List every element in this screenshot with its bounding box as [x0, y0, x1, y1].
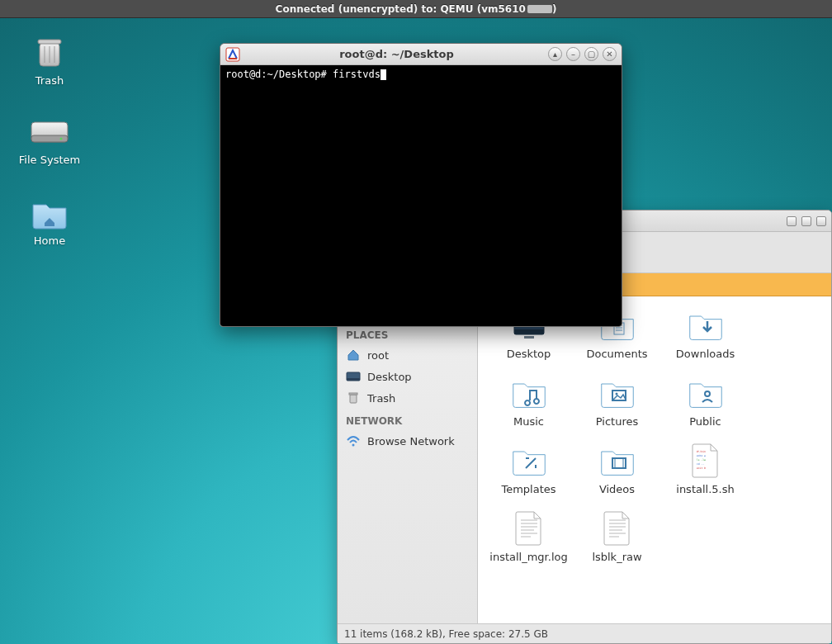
- file-item-label: Videos: [573, 483, 661, 495]
- file-item-label: install_mgr.log: [485, 551, 573, 563]
- file-text-icon: [485, 509, 573, 547]
- svg-text:cd ..: cd ..: [697, 462, 704, 466]
- svg-rect-17: [524, 336, 534, 339]
- terminal-app-icon: [225, 47, 240, 62]
- desktop-home-label: Home: [17, 234, 83, 247]
- file-item-music[interactable]: Music: [485, 374, 573, 438]
- svg-text:#!/bin: #!/bin: [697, 450, 706, 453]
- sidebar-desktop-label: Desktop: [367, 371, 412, 383]
- sidebar-root-label: root: [367, 349, 389, 362]
- vnc-connection-bar: Connected (unencrypted) to: QEMU (vm5610…: [0, 0, 832, 18]
- desktop-icon: [346, 369, 361, 384]
- desktop-home[interactable]: Home: [17, 195, 83, 247]
- connection-text-prefix: Connected (unencrypted) to: QEMU (vm5610: [276, 3, 526, 15]
- svg-rect-11: [347, 378, 360, 381]
- file-item-templates[interactable]: Templates: [485, 442, 573, 506]
- svg-text:ls -la: ls -la: [697, 458, 706, 462]
- file-item-label: install.5.sh: [661, 483, 749, 495]
- file-manager-content[interactable]: DesktopDocumentsDownloadsMusicPicturesPu…: [478, 296, 831, 623]
- desktop-filesystem[interactable]: File System: [17, 116, 83, 166]
- home-folder-icon: [30, 195, 69, 230]
- file-item-videos[interactable]: Videos: [573, 442, 661, 506]
- file-item-lsblk-raw[interactable]: lsblk_raw: [573, 509, 661, 574]
- file-item-install-mgr-log[interactable]: install_mgr.log: [485, 509, 573, 574]
- file-item-label: Documents: [573, 348, 661, 360]
- svg-rect-25: [612, 458, 626, 468]
- svg-rect-12: [350, 395, 357, 403]
- folder-down-icon: [661, 306, 749, 344]
- sidebar-item-browse-network[interactable]: Browse Network: [338, 430, 477, 452]
- sidebar-item-desktop[interactable]: Desktop: [338, 366, 477, 387]
- desktop-filesystem-label: File System: [17, 154, 83, 166]
- sidebar-network-header: NETWORK: [338, 409, 477, 430]
- svg-text:exit 0: exit 0: [697, 466, 706, 470]
- trash-icon: [31, 33, 68, 69]
- file-item-label: Public: [661, 415, 749, 428]
- desktop-trash-label: Trash: [17, 74, 83, 87]
- connection-id-redacted: [527, 5, 552, 13]
- desktop-trash[interactable]: Trash: [17, 33, 83, 87]
- file-item-label: Pictures: [573, 415, 661, 428]
- terminal-titlebar[interactable]: root@d: ~/Desktop ▴ – ▢ ✕: [220, 44, 622, 65]
- terminal-prompt: root@d:~/Desktop#: [225, 69, 327, 80]
- terminal-title: root@d: ~/Desktop: [245, 48, 548, 60]
- terminal-command: firstvds: [333, 69, 381, 80]
- sidebar-item-trash[interactable]: Trash: [338, 387, 477, 409]
- wifi-icon: [346, 433, 361, 448]
- svg-point-23: [615, 393, 617, 395]
- file-item-label: Music: [485, 415, 573, 428]
- terminal-body[interactable]: root@d:~/Desktop# firstvds: [220, 65, 622, 326]
- status-text: 11 items (168.2 kB), Free space: 27.5 GB: [344, 628, 548, 640]
- svg-rect-1: [38, 40, 61, 44]
- folder-tpl-icon: [485, 442, 573, 480]
- file-text-icon: [573, 509, 661, 547]
- terminal-minimize-button[interactable]: –: [566, 47, 580, 61]
- terminal-window: root@d: ~/Desktop ▴ – ▢ ✕ root@d:~/Deskt…: [220, 43, 622, 327]
- svg-text:echo a: echo a: [697, 454, 706, 457]
- sidebar-item-root[interactable]: root: [338, 344, 477, 366]
- desktop-icons: Trash File System Home: [17, 33, 116, 276]
- file-script-icon: #!/binecho als -lacd ..exit 0: [661, 442, 749, 480]
- file-item-pictures[interactable]: Pictures: [573, 374, 661, 438]
- terminal-maximize-button[interactable]: ▢: [584, 47, 598, 61]
- terminal-close-button[interactable]: ✕: [603, 47, 617, 61]
- sidebar-trash-label: Trash: [367, 392, 395, 405]
- svg-point-14: [352, 444, 355, 447]
- file-manager-statusbar: 11 items (168.2 kB), Free space: 27.5 GB: [338, 623, 831, 643]
- file-item-install-5-sh[interactable]: #!/binecho als -lacd ..exit 0install.5.s…: [661, 442, 749, 506]
- file-manager-sidebar: File System PLACES root Desktop Trash: [338, 296, 478, 623]
- maximize-button[interactable]: [801, 216, 811, 226]
- sidebar-browse-network-label: Browse Network: [367, 435, 455, 447]
- file-item-label: Templates: [485, 483, 573, 495]
- terminal-up-button[interactable]: ▴: [548, 47, 562, 61]
- home-icon: [346, 348, 361, 362]
- file-item-public[interactable]: Public: [661, 374, 749, 438]
- svg-rect-16: [514, 329, 544, 334]
- connection-text-suffix: ): [552, 3, 556, 15]
- trash-icon: [346, 391, 361, 405]
- minimize-button[interactable]: [787, 216, 797, 226]
- svg-point-7: [60, 138, 63, 140]
- drive-icon: [28, 116, 71, 149]
- file-item-label: lsblk_raw: [573, 551, 661, 563]
- file-item-downloads[interactable]: Downloads: [661, 306, 749, 371]
- svg-point-24: [705, 391, 710, 396]
- file-item-label: Downloads: [661, 348, 749, 360]
- terminal-cursor: [381, 69, 386, 80]
- folder-vid-icon: [573, 442, 661, 480]
- svg-rect-13: [349, 393, 357, 395]
- close-button[interactable]: [816, 216, 826, 226]
- folder-music-icon: [485, 374, 573, 412]
- file-item-label: Desktop: [485, 348, 573, 360]
- folder-pub-icon: [661, 374, 749, 412]
- folder-pic-icon: [573, 374, 661, 412]
